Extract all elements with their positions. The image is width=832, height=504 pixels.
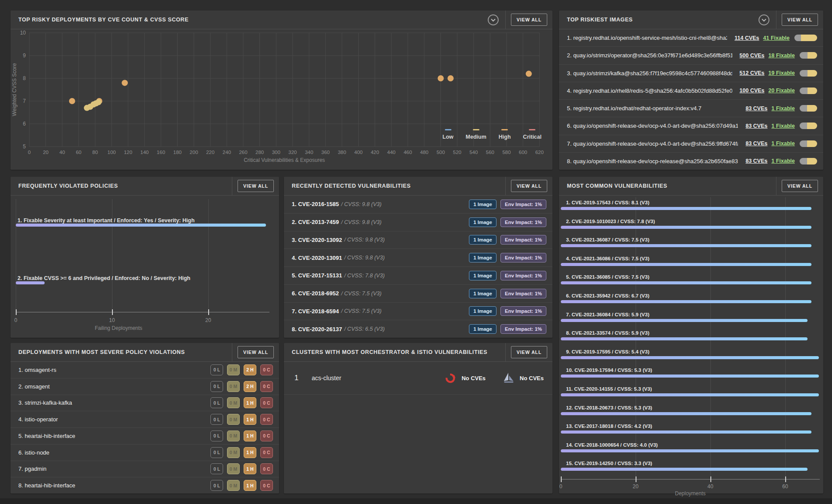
fixable-count-link[interactable]: 18 Fixable <box>769 52 795 59</box>
policy-bar[interactable] <box>16 224 266 227</box>
vuln-bar-label[interactable]: 2. CVE-2019-1010023 / CVSS: 7.8 (V3) <box>566 219 655 224</box>
vuln-bar-label[interactable]: 9. CVE-2019-17595 / CVSS: 5.4 (V3) <box>566 349 650 354</box>
cve-link[interactable]: 2. CVE-2013-7459 <box>292 219 339 225</box>
critical-severity-badge[interactable]: 0 C <box>260 447 273 458</box>
vuln-bar-label[interactable]: 13. CVE-2017-18018 / CVSS: 4.2 (V3) <box>566 424 652 429</box>
image-name[interactable]: 5. registry.redhat.io/redhat/redhat-oper… <box>567 105 738 112</box>
cve-count-link[interactable]: 83 CVEs <box>745 123 767 129</box>
cve-count-link[interactable]: 114 CVEs <box>734 35 759 41</box>
image-name[interactable]: 4. registry.redhat.io/rhel8/redis-5@sha2… <box>567 88 732 94</box>
high-severity-badge[interactable]: 2 H <box>244 381 256 392</box>
scatter-point-high[interactable] <box>447 75 454 81</box>
env-impact-badge[interactable]: Env Impact: 1% <box>500 200 546 209</box>
scatter-point-high[interactable] <box>526 71 532 77</box>
low-severity-badge[interactable]: 0 L <box>210 463 223 474</box>
env-impact-badge[interactable]: Env Impact: 1% <box>500 324 546 334</box>
vuln-bar-label[interactable]: 14. CVE-2018-1000654 / CVSS: 4.0 (V3) <box>566 442 658 448</box>
image-name[interactable]: 6. quay.io/openshift-release-dev/ocp-v4.… <box>567 122 738 129</box>
fixable-count-link[interactable]: 1 Fixable <box>772 123 795 129</box>
vuln-bar[interactable] <box>561 412 811 415</box>
image-count-badge[interactable]: 1 Image <box>469 253 496 262</box>
critical-severity-badge[interactable]: 0 C <box>260 364 273 375</box>
image-count-badge[interactable]: 1 Image <box>469 289 496 298</box>
image-count-badge[interactable]: 1 Image <box>469 235 496 245</box>
low-severity-badge[interactable]: 0 L <box>210 364 223 375</box>
legend-item-low[interactable]: Low <box>443 129 454 140</box>
high-severity-badge[interactable]: 1 H <box>244 447 256 458</box>
image-count-badge[interactable]: 1 Image <box>469 200 496 209</box>
image-name[interactable]: 2. quay.io/strimzi/operator@sha256:0e37f… <box>567 52 732 59</box>
cve-link[interactable]: 6. CVE-2018-6952 <box>292 290 339 297</box>
env-impact-badge[interactable]: Env Impact: 1% <box>500 271 546 280</box>
scatter-point-high[interactable] <box>69 98 75 104</box>
vuln-bar-label[interactable]: 5. CVE-2021-36085 / CVSS: 7.5 (V3) <box>566 274 650 280</box>
image-name[interactable]: 7. quay.io/openshift-release-dev/ocp-v4.… <box>567 140 738 147</box>
vuln-bar[interactable] <box>561 449 819 452</box>
chevron-down-icon[interactable] <box>758 14 770 26</box>
env-impact-badge[interactable]: Env Impact: 1% <box>500 289 546 298</box>
deployment-name[interactable]: 4. istio-operator <box>18 416 58 423</box>
legend-item-medium[interactable]: Medium <box>466 129 486 140</box>
vuln-bar[interactable] <box>561 393 819 396</box>
fixable-count-link[interactable]: 1 Fixable <box>772 105 795 112</box>
low-severity-badge[interactable]: 0 L <box>210 414 223 425</box>
env-impact-badge[interactable]: Env Impact: 1% <box>500 217 546 227</box>
cve-count-link[interactable]: 83 CVEs <box>745 158 767 164</box>
low-severity-badge[interactable]: 0 L <box>210 447 223 458</box>
deployment-name[interactable]: 6. istio-node <box>18 449 49 456</box>
vuln-bar[interactable] <box>561 244 811 247</box>
vuln-bar[interactable] <box>561 300 811 303</box>
policy-bar-label[interactable]: 2. Fixable CVSS >= 6 and Privileged / En… <box>17 275 190 281</box>
vuln-bar[interactable] <box>561 374 819 378</box>
deployment-name[interactable]: 8. heartai-hib-interface <box>18 482 75 489</box>
image-count-badge[interactable]: 1 Image <box>469 324 496 334</box>
vuln-bar[interactable] <box>561 337 808 340</box>
deployment-name[interactable]: 1. omsagent-rs <box>18 367 56 373</box>
cve-link[interactable]: 1. CVE-2016-1585 <box>292 201 339 207</box>
vuln-bar-label[interactable]: 12. CVE-2018-20673 / CVSS: 5.3 (V3) <box>566 405 652 410</box>
critical-severity-badge[interactable]: 0 C <box>260 480 273 491</box>
fixable-count-link[interactable]: 1 Fixable <box>772 140 795 147</box>
high-severity-badge[interactable]: 2 H <box>244 364 256 375</box>
medium-severity-badge[interactable]: 0 M <box>227 463 240 474</box>
vuln-bar[interactable] <box>561 207 811 210</box>
vuln-bar-label[interactable]: 6. CVE-2021-35942 / CVSS: 6.7 (V3) <box>566 293 650 298</box>
vuln-bar-label[interactable]: 4. CVE-2021-36086 / CVSS: 7.5 (V3) <box>566 256 650 261</box>
fixable-count-link[interactable]: 41 Fixable <box>763 35 790 41</box>
fixable-count-link[interactable]: 20 Fixable <box>769 88 795 94</box>
medium-severity-badge[interactable]: 0 M <box>227 364 240 375</box>
policy-bar[interactable] <box>16 281 45 284</box>
image-name[interactable]: 8. quay.io/openshift-release-dev/ocp-rel… <box>567 158 738 164</box>
low-severity-badge[interactable]: 0 L <box>210 381 223 392</box>
low-severity-badge[interactable]: 0 L <box>210 480 223 491</box>
vuln-bar[interactable] <box>561 281 811 284</box>
vuln-bar-label[interactable]: 3. CVE-2021-36087 / CVSS: 7.5 (V3) <box>566 237 650 242</box>
vuln-bar[interactable] <box>561 356 819 359</box>
vuln-bar-label[interactable]: 11. CVE-2020-14155 / CVSS: 5.3 (V3) <box>566 386 652 392</box>
high-severity-badge[interactable]: 1 H <box>244 414 256 425</box>
high-severity-badge[interactable]: 1 H <box>244 480 256 491</box>
view-all-button[interactable]: VIEW ALL <box>782 14 818 26</box>
vuln-bar-label[interactable]: 10. CVE-2019-17594 / CVSS: 5.3 (V3) <box>566 368 652 373</box>
view-all-button[interactable]: VIEW ALL <box>511 14 547 26</box>
vuln-bar-label[interactable]: 7. CVE-2021-36084 / CVSS: 5.9 (V3) <box>566 312 650 317</box>
cve-link[interactable]: 3. CVE-2020-13092 <box>292 237 342 243</box>
cluster-name[interactable]: acs-cluster <box>311 374 341 382</box>
high-severity-badge[interactable]: 1 H <box>244 430 256 441</box>
scatter-point-high[interactable] <box>438 75 444 81</box>
cve-count-link[interactable]: 83 CVEs <box>745 105 767 112</box>
high-severity-badge[interactable]: 1 H <box>244 397 256 408</box>
cve-count-link[interactable]: 100 CVEs <box>740 88 765 94</box>
image-name[interactable]: 1. registry.redhat.io/openshift-service-… <box>567 35 727 41</box>
medium-severity-badge[interactable]: 0 M <box>227 447 240 458</box>
medium-severity-badge[interactable]: 0 M <box>227 381 240 392</box>
deployment-name[interactable]: 5. heartai-hib-interface <box>18 433 75 439</box>
view-all-button[interactable]: VIEW ALL <box>782 180 818 192</box>
policy-bar-label[interactable]: 1. Fixable Severity at least Important /… <box>17 217 195 224</box>
cve-link[interactable]: 8. CVE-2020-26137 <box>292 326 342 332</box>
view-all-button[interactable]: VIEW ALL <box>511 180 547 192</box>
image-name[interactable]: 3. quay.io/strimzi/kafka@sha256:f7f19ec9… <box>567 70 732 77</box>
vuln-bar[interactable] <box>561 319 808 322</box>
critical-severity-badge[interactable]: 0 C <box>260 463 273 474</box>
image-count-badge[interactable]: 1 Image <box>469 271 496 280</box>
